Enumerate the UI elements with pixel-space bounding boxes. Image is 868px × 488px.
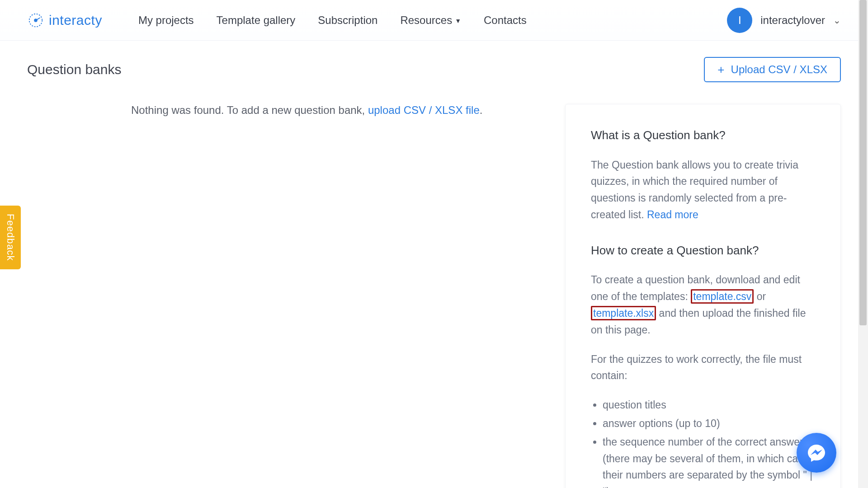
empty-prefix: Nothing was found. To add a new question… (131, 104, 368, 116)
nav-contacts[interactable]: Contacts (484, 14, 527, 27)
nav-my-projects[interactable]: My projects (138, 14, 194, 27)
content-row: Nothing was found. To add a new question… (27, 104, 841, 488)
info-what-body: The Question bank allows you to create t… (591, 157, 815, 223)
upload-link[interactable]: upload CSV / XLSX file (368, 104, 480, 116)
brand-logo[interactable]: interacty (27, 12, 102, 29)
chevron-down-icon: ⌄ (833, 15, 841, 26)
empty-state: Nothing was found. To add a new question… (27, 104, 547, 117)
empty-suffix: . (480, 104, 483, 116)
list-item: question titles (603, 397, 815, 413)
brand-name: interacty (49, 13, 102, 28)
info-panel: What is a Question bank? The Question ba… (565, 104, 841, 488)
nav-resources[interactable]: Resources ▼ (400, 14, 461, 27)
template-xlsx-highlight: template.xlsx (591, 306, 656, 320)
upload-btn-label: Upload CSV / XLSX (731, 63, 827, 76)
user-menu[interactable]: I interactylover ⌄ (727, 8, 841, 33)
upload-csv-button[interactable]: + Upload CSV / XLSX (704, 57, 841, 82)
page-title: Question banks (27, 62, 121, 77)
info-or-text: or (754, 291, 766, 302)
info-how-body: To create a question bank, download and … (591, 272, 815, 338)
page-body: Question banks + Upload CSV / XLSX Nothi… (0, 41, 868, 488)
info-requirements-list: question titles answer options (up to 10… (591, 397, 815, 488)
page-header: Question banks + Upload CSV / XLSX (27, 57, 841, 82)
messenger-chat-button[interactable] (797, 433, 836, 473)
avatar: I (727, 8, 752, 33)
messenger-icon (806, 442, 827, 464)
template-xlsx-link[interactable]: template.xlsx (593, 307, 654, 319)
nav-template-gallery[interactable]: Template gallery (217, 14, 296, 27)
info-heading-how: How to create a Question bank? (591, 241, 815, 260)
nav-resources-label: Resources (400, 14, 452, 27)
username-label: interactylover (760, 14, 825, 27)
info-must-contain: For the quizzes to work correctly, the f… (591, 351, 815, 385)
read-more-link[interactable]: Read more (647, 209, 698, 221)
nav-subscription[interactable]: Subscription (318, 14, 377, 27)
list-item: the sequence number of the correct answe… (603, 434, 815, 488)
feedback-tab[interactable]: Feedback (0, 206, 21, 269)
template-csv-link[interactable]: template.csv (693, 291, 751, 302)
logo-icon (27, 12, 44, 29)
main-nav: My projects Template gallery Subscriptio… (138, 14, 527, 27)
info-heading-what: What is a Question bank? (591, 126, 815, 145)
plus-icon: + (717, 64, 724, 75)
template-csv-highlight: template.csv (691, 289, 754, 304)
top-navbar: interacty My projects Template gallery S… (0, 0, 868, 41)
caret-down-icon: ▼ (455, 17, 461, 24)
list-item: answer options (up to 10) (603, 415, 815, 432)
empty-message: Nothing was found. To add a new question… (131, 104, 547, 117)
